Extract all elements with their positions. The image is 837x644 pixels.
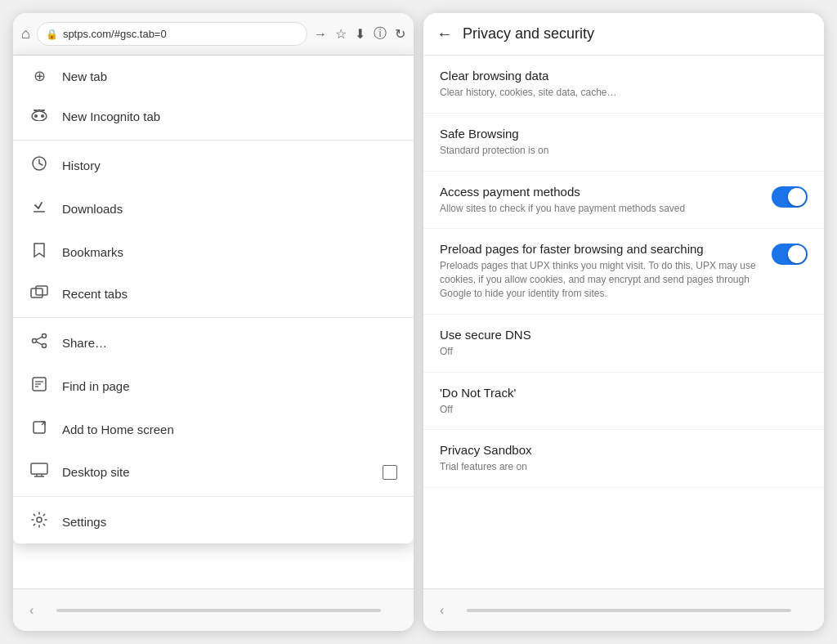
safe-browsing-title: Safe Browsing (440, 127, 808, 141)
downloads-icon (29, 199, 49, 219)
history-icon (29, 155, 49, 176)
menu-item-find-in-page[interactable]: Find in page (13, 364, 414, 408)
preload-desc: Preloads pages that UPX thinks you might… (440, 259, 762, 300)
url-bar[interactable]: 🔒 sptps.com/#gsc.tab=0 (37, 22, 307, 46)
privacy-item-secure-dns[interactable]: Use secure DNS Off (423, 315, 824, 373)
menu-label-new-tab: New tab (62, 69, 107, 83)
safe-browsing-desc: Standard protection is on (440, 144, 808, 158)
menu-label-find: Find in page (62, 379, 130, 393)
sandbox-title: Privacy Sandbox (440, 443, 808, 457)
svg-rect-21 (31, 463, 47, 474)
svg-point-25 (37, 517, 42, 522)
settings-icon (29, 512, 49, 532)
find-icon (29, 376, 49, 396)
menu-label-share: Share… (62, 336, 107, 350)
svg-point-12 (43, 344, 47, 348)
svg-point-2 (41, 114, 44, 118)
share-icon (29, 333, 49, 353)
bookmarks-icon (29, 242, 49, 262)
clear-browsing-title: Clear browsing data (440, 69, 808, 83)
bookmark-icon[interactable]: ☆ (335, 26, 347, 42)
menu-item-add-home[interactable]: Add to Home screen (13, 408, 414, 451)
menu-item-new-tab[interactable]: ⊕ New tab (13, 56, 414, 96)
left-scroll-bar[interactable] (56, 609, 381, 612)
incognito-icon (29, 108, 49, 125)
privacy-item-payment-methods[interactable]: Access payment methods Allow sites to ch… (423, 172, 824, 230)
recent-tabs-icon (29, 285, 49, 302)
menu-label-downloads: Downloads (62, 202, 123, 216)
left-phone: ⌂ 🔒 sptps.com/#gsc.tab=0 → ☆ ⬇ ⓘ ↻ ⊕ New… (13, 13, 414, 631)
browser-bar: ⌂ 🔒 sptps.com/#gsc.tab=0 → ☆ ⬇ ⓘ ↻ (13, 13, 414, 56)
dropdown-menu: ⊕ New tab New Incognito tab (13, 56, 414, 543)
privacy-title: Privacy and security (463, 25, 594, 42)
payment-title: Access payment methods (440, 185, 762, 199)
preload-title: Preload pages for faster browsing and se… (440, 242, 762, 256)
privacy-item-do-not-track[interactable]: 'Do Not Track' Off (423, 373, 824, 431)
svg-point-11 (33, 339, 37, 343)
divider-3 (13, 496, 414, 497)
menu-item-share[interactable]: Share… (13, 321, 414, 364)
privacy-item-clear-browsing[interactable]: Clear browsing data Clear history, cooki… (423, 56, 824, 114)
privacy-content: Clear browsing data Clear history, cooki… (423, 56, 824, 588)
secure-dns-title: Use secure DNS (440, 328, 808, 342)
add-home-icon (29, 419, 49, 440)
svg-rect-3 (34, 110, 37, 111)
menu-item-settings[interactable]: Settings (13, 500, 414, 543)
privacy-item-preload[interactable]: Preload pages for faster browsing and se… (423, 229, 824, 314)
clear-browsing-desc: Clear history, cookies, site data, cache… (440, 86, 808, 100)
divider-1 (13, 140, 414, 141)
secure-dns-desc: Off (440, 345, 808, 359)
desktop-checkbox[interactable] (383, 465, 397, 480)
sandbox-desc: Trial features are on (440, 460, 808, 474)
payment-desc: Allow sites to check if you have payment… (440, 202, 762, 216)
right-nav-back[interactable]: ‹ (440, 603, 444, 618)
menu-item-history[interactable]: History (13, 144, 414, 187)
privacy-header: ← Privacy and security (423, 13, 824, 56)
dnt-title: 'Do Not Track' (440, 386, 808, 400)
privacy-item-sandbox[interactable]: Privacy Sandbox Trial features are on (423, 430, 824, 488)
right-bottom-nav: ‹ (423, 588, 824, 631)
forward-icon[interactable]: → (314, 27, 327, 42)
menu-item-recent-tabs[interactable]: Recent tabs (13, 274, 414, 314)
svg-rect-8 (31, 288, 43, 297)
menu-label-bookmarks: Bookmarks (62, 245, 123, 259)
divider-2 (13, 317, 414, 318)
dnt-desc: Off (440, 403, 808, 417)
desktop-icon (29, 463, 49, 481)
download-icon[interactable]: ⬇ (355, 26, 365, 42)
privacy-item-safe-browsing[interactable]: Safe Browsing Standard protection is on (423, 114, 824, 172)
left-nav-back[interactable]: ‹ (29, 603, 34, 618)
menu-item-bookmarks[interactable]: Bookmarks (13, 230, 414, 274)
back-arrow[interactable]: ← (436, 25, 453, 43)
menu-label-settings: Settings (62, 515, 106, 529)
new-tab-icon: ⊕ (29, 67, 49, 85)
payment-toggle[interactable] (772, 186, 808, 208)
menu-label-add-home: Add to Home screen (62, 423, 174, 436)
menu-item-desktop-site[interactable]: Desktop site (13, 451, 414, 493)
left-bottom-nav: ‹ (13, 588, 414, 631)
svg-rect-9 (36, 286, 47, 295)
menu-item-incognito[interactable]: New Incognito tab (13, 96, 414, 136)
svg-point-1 (34, 114, 38, 118)
svg-point-0 (32, 111, 47, 121)
svg-point-10 (43, 334, 47, 338)
svg-rect-4 (42, 110, 45, 111)
svg-marker-7 (34, 244, 44, 257)
browser-actions: → ☆ ⬇ ⓘ ↻ (314, 25, 405, 42)
svg-line-14 (36, 342, 43, 345)
right-scroll-bar[interactable] (467, 609, 791, 612)
home-icon[interactable]: ⌂ (21, 25, 30, 42)
url-text: sptps.com/#gsc.tab=0 (63, 28, 167, 40)
menu-item-downloads[interactable]: Downloads (13, 187, 414, 230)
menu-label-incognito: New Incognito tab (62, 110, 160, 123)
info-icon[interactable]: ⓘ (374, 25, 387, 42)
menu-label-history: History (62, 159, 101, 172)
right-phone: ← Privacy and security Clear browsing da… (423, 13, 824, 631)
menu-label-desktop: Desktop site (62, 465, 130, 479)
preload-toggle[interactable] (772, 244, 808, 265)
lock-icon: 🔒 (46, 29, 58, 40)
refresh-icon[interactable]: ↻ (395, 26, 405, 42)
svg-line-13 (36, 337, 43, 340)
menu-label-recent-tabs: Recent tabs (62, 287, 128, 301)
